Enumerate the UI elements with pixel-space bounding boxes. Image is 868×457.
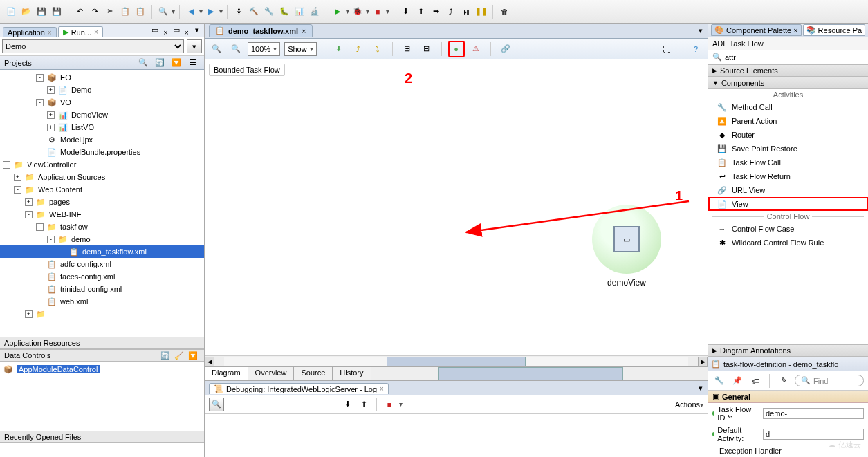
app-menu-button[interactable]: ▾ — [187, 39, 202, 53]
pin-icon[interactable]: 📌 — [730, 374, 744, 388]
scroll-right-icon[interactable]: ▶ — [698, 357, 708, 366]
find-button[interactable]: 🔍 — [209, 398, 224, 411]
dc-icon1[interactable]: 🔄 — [158, 348, 172, 362]
close-icon[interactable]: × — [94, 28, 98, 36]
editor-tab[interactable]: 📋 demo_taskflow.xml × — [209, 24, 313, 37]
component-view[interactable]: 📄View — [708, 197, 868, 211]
zoom-combo[interactable]: 100%▾ — [248, 42, 280, 56]
btab-diagram[interactable]: Diagram — [205, 367, 248, 380]
up-icon[interactable]: ⬆ — [357, 398, 371, 411]
tree-row[interactable]: 📋adfc-config.xml — [0, 258, 204, 270]
tree-row[interactable]: 📋trinidad-config.xml — [0, 283, 204, 295]
tree-row[interactable]: +📄Demo — [0, 84, 204, 96]
component-task-flow-return[interactable]: ↩Task Flow Return — [708, 169, 868, 183]
tree-row[interactable]: 📄ModelBundle.properties — [0, 146, 204, 158]
component-method-call[interactable]: 🔧Method Call — [708, 100, 868, 114]
step5-icon[interactable]: ⏯ — [459, 5, 473, 19]
paste-icon[interactable]: 📋 — [133, 5, 147, 19]
expand-toggle[interactable]: - — [36, 99, 44, 106]
panel2-icon[interactable]: ▭ — [169, 23, 183, 37]
diagram-canvas[interactable]: Bounded Task Flow ▭ demoView 1 2 — [205, 59, 708, 355]
debug-tab[interactable]: 📜Debugging: IntegratedWebLogicServer - L… — [209, 383, 389, 394]
close-icon[interactable]: × — [302, 27, 306, 35]
sync-icon[interactable]: 🔄 — [153, 56, 167, 70]
debug-log-body[interactable] — [205, 414, 708, 457]
expand-toggle[interactable]: - — [36, 223, 44, 231]
edit-icon[interactable]: ✎ — [777, 374, 791, 388]
undo-icon[interactable]: ↶ — [73, 5, 86, 19]
component-parent-action[interactable]: 🔼Parent Action — [708, 114, 868, 128]
palette-category[interactable]: ADF Task Flow — [708, 37, 868, 50]
app-combo[interactable]: Demo — [2, 39, 184, 53]
dropdown-icon[interactable]: ▾ — [694, 24, 708, 38]
default-activity-input[interactable] — [763, 429, 864, 440]
tree-row[interactable]: +📁 — [0, 308, 204, 320]
data-controls-header[interactable]: Data Controls 🔄🧹🔽 — [0, 349, 204, 362]
new-icon[interactable]: 📄 — [4, 5, 18, 19]
btab-history[interactable]: History — [333, 367, 371, 380]
expand-icon[interactable]: ⛶ — [658, 41, 674, 57]
expand-toggle[interactable]: + — [47, 86, 55, 94]
accordion-components[interactable]: ▼Components — [708, 77, 868, 89]
tab-component-palette[interactable]: 🎨Component Palette× — [711, 24, 802, 36]
arrow-back-icon[interactable]: ⤴ — [351, 41, 366, 57]
tree-row[interactable]: -📁ViewController — [0, 158, 204, 171]
filter-icon[interactable]: 🔽 — [169, 56, 183, 70]
project-tree[interactable]: -📦EO+📄Demo-📦VO+📊DemoView+📊ListVO⚙Model.j… — [0, 70, 204, 337]
warn-icon[interactable]: ⚠ — [468, 41, 483, 57]
copy-icon[interactable]: 📋 — [118, 5, 132, 19]
forward-icon[interactable]: ▶ — [204, 5, 218, 19]
canvas-hscroll[interactable]: ◀ ▶ — [205, 355, 708, 366]
filter-icon[interactable]: 🔽 — [186, 348, 200, 362]
step1-icon[interactable]: ⬇ — [398, 5, 412, 19]
btab-source[interactable]: Source — [294, 367, 333, 380]
expand-toggle[interactable]: - — [14, 186, 21, 194]
show-combo[interactable]: Show▾ — [284, 42, 317, 56]
cut-icon[interactable]: ✂ — [103, 5, 117, 19]
save-icon[interactable]: 💾 — [35, 5, 48, 19]
accordion-diagram-annotations[interactable]: ▶Diagram Annotations — [708, 344, 868, 357]
tree-row[interactable]: -📁demo — [0, 233, 204, 245]
expand-toggle[interactable]: + — [47, 111, 55, 119]
tree-row[interactable]: +📊DemoView — [0, 109, 204, 121]
tree-row[interactable]: -📁taskflow — [0, 221, 204, 233]
tree-row[interactable]: 📋faces-config.xml — [0, 270, 204, 283]
debug-icon[interactable]: 🐞 — [351, 5, 364, 19]
component-task-flow-call[interactable]: 📋Task Flow Call — [708, 156, 868, 169]
arrow-down-icon[interactable]: ⬇ — [331, 41, 347, 57]
open-icon[interactable]: 📂 — [19, 5, 33, 19]
tab-scroll-thumb[interactable] — [438, 367, 624, 380]
btab-overview[interactable]: Overview — [248, 367, 295, 380]
recent-files-header[interactable]: Recently Opened Files — [0, 431, 204, 443]
component-router[interactable]: ◆Router — [708, 128, 868, 142]
tool2-icon[interactable]: 🐛 — [277, 5, 291, 19]
zoom-in-icon[interactable]: 🔍 — [209, 41, 224, 57]
expand-toggle[interactable]: + — [25, 310, 33, 318]
expand-toggle[interactable]: - — [3, 161, 10, 169]
step3-icon[interactable]: ➡ — [429, 5, 443, 19]
back-icon[interactable]: ◀ — [184, 5, 198, 19]
tab-application[interactable]: Application× — [3, 27, 57, 37]
down-icon[interactable]: ⬇ — [340, 398, 354, 411]
minimize-icon[interactable]: ▾ — [190, 23, 204, 37]
search-icon[interactable]: 🔍 — [156, 5, 170, 19]
help-icon[interactable]: ? — [688, 41, 703, 57]
close-icon[interactable]: × — [163, 28, 167, 37]
taskflow-id-input[interactable] — [763, 408, 864, 419]
tree-row[interactable]: -📦VO — [0, 96, 204, 109]
view-node[interactable]: ▭ demoView — [592, 205, 661, 288]
expand-toggle[interactable]: - — [25, 211, 33, 218]
tool3-icon[interactable]: 📊 — [293, 5, 306, 19]
build-icon[interactable]: 🔨 — [247, 5, 261, 19]
component-url-view[interactable]: 🔗URL View — [708, 183, 868, 197]
redo-icon[interactable]: ↷ — [88, 5, 102, 19]
dropdown-icon[interactable]: ▾ — [694, 381, 708, 395]
scroll-left-icon[interactable]: ◀ — [205, 357, 214, 366]
scroll-thumb[interactable] — [387, 357, 526, 366]
layout1-icon[interactable]: ⊞ — [400, 41, 415, 57]
expand-toggle[interactable]: + — [14, 174, 21, 181]
tool-icon[interactable]: 🔧 — [262, 5, 276, 19]
prop-tool1-icon[interactable]: 🔧 — [712, 374, 726, 388]
prop-group-general[interactable]: ▣General — [708, 391, 868, 403]
stop-icon[interactable]: ■ — [371, 5, 385, 19]
